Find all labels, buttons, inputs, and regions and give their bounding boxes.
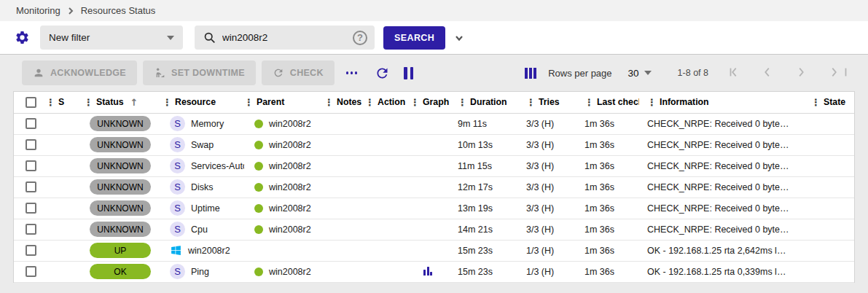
information-cell: CHECK_NRPE: Received 0 byte… bbox=[639, 198, 811, 219]
row-checkbox[interactable] bbox=[26, 181, 36, 192]
search-input[interactable] bbox=[222, 32, 353, 43]
last-page-button[interactable] bbox=[826, 64, 851, 82]
resource-name[interactable]: win2008r2 bbox=[188, 246, 230, 256]
table-row[interactable]: OK SPing win2008r2 15m 23s 1/3 (H) 1m 36… bbox=[14, 261, 854, 282]
refresh-icon bbox=[375, 66, 390, 81]
parent-name[interactable]: win2008r2 bbox=[269, 161, 311, 171]
filter-settings-button[interactable] bbox=[15, 30, 30, 45]
resource-name[interactable]: Memory bbox=[191, 119, 224, 129]
column-header-graph[interactable]: ⋮Graph bbox=[410, 92, 451, 113]
resource-name[interactable]: Swap bbox=[191, 140, 214, 150]
drag-handle-icon[interactable]: ⋮ bbox=[324, 98, 334, 107]
prev-page-button[interactable] bbox=[759, 64, 775, 82]
refresh-button[interactable] bbox=[375, 66, 390, 81]
service-badge-icon: S bbox=[170, 158, 185, 173]
graph-icon[interactable] bbox=[422, 265, 434, 277]
search-button[interactable]: SEARCH bbox=[383, 26, 445, 50]
resource-name[interactable]: Services-Auto bbox=[191, 161, 244, 171]
parent-name[interactable]: win2008r2 bbox=[269, 203, 311, 214]
drag-handle-icon[interactable]: ⋮ bbox=[163, 98, 172, 107]
parent-name[interactable]: win2008r2 bbox=[269, 182, 311, 192]
information-cell: CHECK_NRPE: Received 0 byte… bbox=[639, 219, 811, 240]
duration-cell: 11m 15s bbox=[451, 155, 520, 176]
drag-handle-icon[interactable]: ⋮ bbox=[584, 98, 594, 107]
edit-columns-button[interactable] bbox=[523, 66, 539, 80]
resource-name[interactable]: Disks bbox=[191, 182, 214, 192]
column-header-action[interactable]: ⋮Action bbox=[365, 92, 410, 113]
gear-icon bbox=[15, 30, 30, 45]
tries-cell: 1/3 (H) bbox=[520, 261, 578, 282]
resource-name[interactable]: Cpu bbox=[191, 224, 208, 235]
duration-cell: 9m 11s bbox=[451, 113, 520, 134]
more-actions-button[interactable] bbox=[343, 69, 361, 77]
check-label: CHECK bbox=[290, 68, 324, 78]
parent-name[interactable]: win2008r2 bbox=[269, 267, 311, 277]
first-page-button[interactable] bbox=[726, 64, 742, 82]
column-header-last-check[interactable]: ⋮Last check bbox=[578, 92, 639, 113]
column-header-notes[interactable]: ⋮Notes bbox=[324, 92, 365, 113]
table-row[interactable]: UNKNOWN SMemory win2008r2 9m 11s 3/3 (H)… bbox=[14, 113, 854, 134]
chevron-right-icon bbox=[67, 7, 74, 15]
column-header-information[interactable]: ⋮Information bbox=[639, 92, 811, 113]
column-header-status[interactable]: ⋮Status↑ bbox=[84, 92, 163, 113]
breadcrumb-item-monitoring[interactable]: Monitoring bbox=[16, 5, 60, 16]
drag-handle-icon[interactable]: ⋮ bbox=[46, 98, 55, 107]
drag-handle-icon[interactable]: ⋮ bbox=[410, 98, 420, 107]
parent-name[interactable]: win2008r2 bbox=[269, 224, 311, 235]
service-badge-icon: S bbox=[170, 179, 185, 195]
drag-handle-icon[interactable]: ⋮ bbox=[526, 98, 536, 107]
columns-icon bbox=[525, 68, 528, 79]
column-header-parent[interactable]: ⋮Parent bbox=[244, 92, 324, 113]
duration-cell: 15m 23s bbox=[451, 261, 520, 282]
tries-cell: 3/3 (H) bbox=[520, 219, 578, 240]
row-checkbox[interactable] bbox=[26, 139, 36, 150]
drag-handle-icon[interactable]: ⋮ bbox=[244, 98, 254, 107]
resource-name[interactable]: Ping bbox=[191, 267, 209, 277]
duration-cell: 12m 17s bbox=[451, 176, 520, 198]
resource-name[interactable]: Uptime bbox=[191, 203, 220, 214]
select-all-checkbox[interactable] bbox=[26, 97, 36, 108]
expand-filters-button[interactable] bbox=[454, 33, 464, 43]
check-refresh-icon bbox=[273, 67, 284, 79]
saved-filter-select[interactable]: New filter bbox=[40, 26, 183, 50]
parent-name[interactable]: win2008r2 bbox=[269, 119, 311, 129]
table-row[interactable]: UNKNOWN SSwap win2008r2 10m 13s 3/3 (H) … bbox=[14, 134, 854, 155]
drag-handle-icon[interactable]: ⋮ bbox=[458, 98, 467, 107]
table-row[interactable]: UNKNOWN SCpu win2008r2 14m 21s 3/3 (H) 1… bbox=[14, 219, 854, 240]
drag-handle-icon[interactable]: ⋮ bbox=[647, 98, 657, 107]
column-header-state[interactable]: ⋮State bbox=[811, 92, 854, 113]
set-downtime-button[interactable]: SET DOWNTIME bbox=[143, 60, 256, 85]
drag-handle-icon[interactable]: ⋮ bbox=[365, 98, 375, 107]
acknowledge-button[interactable]: ACKNOWLEDGE bbox=[22, 60, 137, 85]
duration-cell: 10m 13s bbox=[451, 134, 520, 155]
parent-status-dot bbox=[254, 183, 263, 192]
row-checkbox[interactable] bbox=[26, 160, 36, 171]
row-checkbox[interactable] bbox=[26, 266, 36, 277]
pause-auto-refresh-button[interactable] bbox=[402, 65, 415, 82]
service-badge-icon: S bbox=[170, 116, 185, 131]
table-row[interactable]: UP win2008r2 15m 23s 1/3 (H) 1m 36s OK -… bbox=[14, 240, 854, 261]
column-header-duration[interactable]: ⋮Duration bbox=[451, 92, 520, 113]
column-header-severity[interactable]: ⋮S bbox=[46, 92, 84, 113]
help-icon[interactable]: ? bbox=[353, 31, 367, 45]
rows-per-page-select[interactable]: 30 bbox=[628, 68, 652, 79]
last-check-cell: 1m 36s bbox=[578, 219, 639, 240]
row-checkbox[interactable] bbox=[26, 203, 36, 214]
check-button[interactable]: CHECK bbox=[262, 60, 335, 85]
column-header-resource[interactable]: ⋮Resource bbox=[163, 92, 244, 113]
drag-handle-icon[interactable]: ⋮ bbox=[811, 98, 821, 107]
row-checkbox[interactable] bbox=[26, 118, 36, 129]
service-badge-icon: S bbox=[170, 137, 185, 152]
drag-handle-icon[interactable]: ⋮ bbox=[84, 98, 93, 107]
row-checkbox[interactable] bbox=[26, 224, 36, 235]
breadcrumb-item-resources-status[interactable]: Resources Status bbox=[81, 5, 156, 16]
table-row[interactable]: UNKNOWN SServices-Auto win2008r2 11m 15s… bbox=[14, 155, 854, 176]
status-badge: UNKNOWN bbox=[90, 179, 151, 195]
table-row[interactable]: UNKNOWN SDisks win2008r2 12m 17s 3/3 (H)… bbox=[14, 176, 854, 198]
row-checkbox[interactable] bbox=[26, 245, 36, 256]
parent-name[interactable]: win2008r2 bbox=[269, 140, 311, 150]
next-page-button[interactable] bbox=[793, 64, 809, 82]
column-header-tries[interactable]: ⋮Tries bbox=[520, 92, 578, 113]
search-box: ? bbox=[195, 26, 375, 50]
table-row[interactable]: UNKNOWN SUptime win2008r2 13m 19s 3/3 (H… bbox=[14, 198, 854, 219]
